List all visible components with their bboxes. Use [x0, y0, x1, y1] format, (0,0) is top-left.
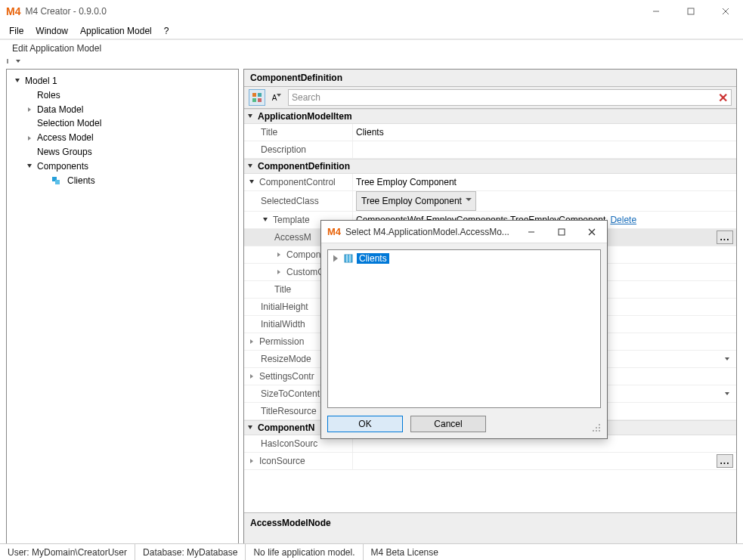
svg-point-5 — [7, 60, 8, 62]
browse-button[interactable]: ... — [717, 454, 733, 468]
tree-item-news-groups[interactable]: News Groups — [10, 145, 235, 159]
expand-icon[interactable] — [247, 456, 256, 466]
component-icon — [51, 175, 63, 187]
svg-rect-14 — [252, 93, 256, 97]
tree-item-data-model[interactable]: Data Model — [10, 103, 235, 117]
tree-item-roles[interactable]: Roles — [10, 88, 235, 103]
search-placeholder: Search — [292, 92, 718, 103]
expand-icon[interactable] — [331, 254, 340, 263]
dialog-title: Select M4.ApplicationModel.AccessMo... — [345, 227, 516, 237]
dialog-tree-item-clients[interactable]: Clients — [331, 253, 597, 264]
status-user: User: MyDomain\CreatorUser — [0, 544, 135, 560]
cat-app-model-item[interactable]: ApplicationModelItem — [244, 109, 736, 124]
svg-marker-8 — [15, 79, 20, 82]
collapse-icon[interactable] — [261, 215, 270, 224]
menu-file[interactable]: File — [3, 24, 29, 38]
collapse-icon[interactable] — [246, 423, 255, 432]
expand-icon[interactable] — [247, 372, 256, 381]
prop-component-control[interactable]: ComponentControlTree Employ Component — [244, 174, 736, 191]
titlebar: M4 M4 Creator - 0.9.0.0 — [0, 0, 743, 23]
menu-application-model[interactable]: Application Model — [74, 24, 158, 38]
edit-toolbar — [0, 57, 743, 69]
dialog-tree[interactable]: Clients — [327, 249, 601, 408]
svg-point-4 — [7, 59, 8, 60]
svg-rect-13 — [55, 180, 60, 184]
dialog-minimize-button[interactable] — [516, 221, 546, 243]
expand-icon[interactable] — [247, 337, 256, 346]
pg-toolbar: A Search ✕ — [244, 87, 736, 109]
expand-icon[interactable] — [274, 250, 283, 259]
tree-item-access-model[interactable]: Access Model — [10, 131, 235, 145]
collapse-icon[interactable] — [247, 178, 256, 187]
app-logo: M4 — [6, 5, 20, 17]
svg-point-41 — [599, 427, 600, 429]
sort-button[interactable]: A — [268, 89, 285, 106]
clear-search-icon[interactable]: ✕ — [718, 91, 728, 105]
menu-bar: File Window Application Model ? — [0, 23, 743, 39]
tree-root-label: Model 1 — [23, 75, 59, 88]
categorize-button[interactable] — [249, 89, 265, 106]
toolbar-dropdown[interactable] — [5, 57, 23, 66]
svg-marker-22 — [263, 218, 268, 221]
app-logo-icon: M4 — [327, 226, 341, 237]
expand-icon[interactable] — [274, 268, 283, 277]
close-button[interactable] — [708, 0, 743, 23]
spacer — [25, 147, 34, 156]
cancel-button[interactable]: Cancel — [410, 416, 486, 432]
prop-title[interactable]: TitleClients — [244, 124, 736, 141]
svg-marker-24 — [277, 270, 280, 274]
dialog-titlebar[interactable]: M4 Select M4.ApplicationModel.AccessMo..… — [321, 221, 607, 243]
svg-point-39 — [599, 424, 600, 425]
dialog-tree-item-label: Clients — [357, 253, 389, 264]
tree-item-clients[interactable]: Clients — [10, 174, 235, 188]
svg-marker-10 — [28, 136, 31, 141]
tree-item-components[interactable]: Components — [10, 159, 235, 174]
prop-selected-class[interactable]: SelectedClassTree Employ Component — [244, 191, 736, 212]
status-database: Database: MyDatabase — [135, 544, 246, 560]
svg-rect-15 — [258, 93, 262, 97]
model-tree-panel: Model 1 Roles Data Model Selection Model… — [6, 69, 239, 548]
chevron-down-icon[interactable] — [721, 352, 733, 366]
svg-rect-1 — [688, 8, 694, 14]
svg-marker-29 — [248, 425, 252, 429]
maximize-button[interactable] — [673, 0, 708, 23]
svg-marker-25 — [250, 339, 253, 344]
collapse-icon[interactable] — [25, 162, 34, 171]
svg-marker-20 — [248, 164, 252, 168]
pg-header: ComponentDefinition — [244, 70, 736, 87]
expand-icon[interactable] — [25, 134, 34, 143]
collapse-icon[interactable] — [246, 162, 255, 171]
svg-marker-18 — [277, 94, 281, 97]
selected-class-dropdown[interactable]: Tree Employ Component — [356, 191, 476, 211]
menu-help[interactable]: ? — [158, 24, 175, 38]
svg-rect-32 — [559, 229, 565, 235]
delete-link[interactable]: Delete — [610, 212, 636, 228]
tree-root[interactable]: Model 1 — [10, 74, 235, 88]
dialog-close-button[interactable] — [577, 221, 607, 243]
resize-grip-icon[interactable] — [590, 422, 601, 432]
svg-rect-17 — [258, 98, 262, 102]
prop-description[interactable]: Description — [244, 141, 736, 159]
expand-icon[interactable] — [25, 105, 34, 114]
minimize-button[interactable] — [639, 0, 673, 23]
svg-marker-26 — [725, 357, 729, 360]
spacer — [25, 91, 34, 100]
collapse-icon[interactable] — [13, 76, 22, 85]
svg-marker-19 — [248, 114, 252, 118]
search-input[interactable]: Search ✕ — [288, 89, 732, 106]
menu-window[interactable]: Window — [29, 24, 74, 38]
ok-button[interactable]: OK — [327, 416, 403, 432]
chevron-down-icon[interactable] — [721, 387, 733, 401]
svg-marker-28 — [725, 392, 729, 395]
dialog-maximize-button[interactable] — [546, 221, 577, 243]
tree-item-selection-model[interactable]: Selection Model — [10, 116, 235, 131]
browse-button[interactable]: ... — [717, 230, 733, 244]
svg-point-40 — [596, 427, 597, 429]
access-node-icon — [343, 253, 354, 264]
svg-marker-11 — [27, 164, 32, 168]
collapse-icon[interactable] — [246, 112, 255, 121]
spacer — [40, 176, 49, 185]
cat-component-definition[interactable]: ComponentDefinition — [244, 159, 736, 174]
svg-marker-27 — [250, 374, 253, 379]
prop-icon-source[interactable]: IconSource... — [244, 453, 736, 470]
